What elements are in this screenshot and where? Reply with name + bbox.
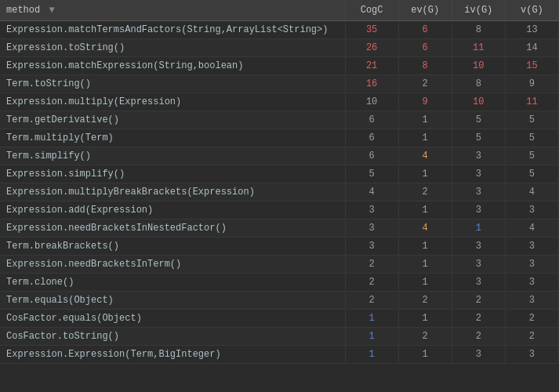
cell-cogc: 4 [345,183,398,201]
cell-evg: 8 [398,57,452,75]
header-method-label: method [6,5,40,16]
table-row[interactable]: Expression.Expression(Term,BigInteger)11… [0,346,559,364]
cell-ivg: 3 [452,274,505,292]
table-row[interactable]: Expression.matchExpression(String,boolea… [0,57,559,75]
cell-method: CosFactor.toString() [0,328,345,346]
header-ivg-label: iv(G) [464,5,492,16]
cell-evg: 4 [398,220,452,238]
cell-ivg: 1 [452,220,505,238]
table-row[interactable]: Term.multiply(Term)6155 [0,129,559,147]
cell-cogc: 6 [345,111,398,129]
cell-ivg: 2 [452,292,505,310]
table-body: Expression.matchTermsAndFactors(String,A… [0,21,559,364]
cell-evg: 1 [398,129,452,147]
cell-ivg: 8 [452,75,505,93]
cell-cogc: 21 [345,57,398,75]
cell-evg: 1 [398,346,452,364]
cell-method: CosFactor.equals(Object) [0,310,345,328]
table-row[interactable]: Term.toString()16289 [0,75,559,93]
cell-vg: 5 [505,165,558,183]
cell-method: Expression.matchTermsAndFactors(String,A… [0,21,345,39]
cell-method: Expression.toString() [0,39,345,57]
cell-method: Expression.simplify() [0,165,345,183]
cell-vg: 5 [505,111,558,129]
cell-cogc: 5 [345,165,398,183]
cell-vg: 2 [505,328,558,346]
cell-vg: 4 [505,220,558,238]
cell-method: Expression.Expression(Term,BigInteger) [0,346,345,364]
cell-method: Term.equals(Object) [0,292,345,310]
cell-cogc: 16 [345,75,398,93]
cell-vg: 3 [505,292,558,310]
cell-method: Expression.add(Expression) [0,201,345,220]
table-row[interactable]: Term.clone()2133 [0,274,559,292]
cell-method: Expression.multiplyBreakBrackets(Express… [0,183,345,201]
sort-icon: ▼ [49,5,54,16]
cell-cogc: 35 [345,21,398,39]
cell-ivg: 2 [452,328,505,346]
cell-cogc: 3 [345,238,398,256]
cell-vg: 3 [505,238,558,256]
cell-ivg: 10 [452,57,505,75]
cell-evg: 9 [398,93,452,111]
table-row[interactable]: Expression.add(Expression)3133 [0,201,559,220]
cell-evg: 1 [398,274,452,292]
cell-evg: 2 [398,183,452,201]
cell-cogc: 3 [345,220,398,238]
table-row[interactable]: Expression.multiplyBreakBrackets(Express… [0,183,559,201]
cell-vg: 3 [505,346,558,364]
cell-cogc: 1 [345,328,398,346]
cell-ivg: 3 [452,238,505,256]
cell-ivg: 3 [452,183,505,201]
table-row[interactable]: Term.simplify()6435 [0,147,559,165]
cell-method: Term.toString() [0,75,345,93]
header-method[interactable]: method ▼ [0,0,345,21]
metrics-table: method ▼ CogC ev(G) iv(G) v(G) Expressio… [0,0,559,364]
cell-vg: 4 [505,183,558,201]
cell-evg: 1 [398,111,452,129]
table-row[interactable]: Expression.needBracketsInTerm()2133 [0,256,559,274]
cell-cogc: 1 [345,310,398,328]
cell-method: Expression.matchExpression(String,boolea… [0,57,345,75]
header-evg-label: ev(G) [411,5,439,16]
cell-ivg: 2 [452,310,505,328]
table-row[interactable]: Expression.matchTermsAndFactors(String,A… [0,21,559,39]
table-row[interactable]: Expression.needBracketsInNestedFactor()3… [0,220,559,238]
table-row[interactable]: Expression.toString()2661114 [0,39,559,57]
table-row[interactable]: CosFactor.toString()1222 [0,328,559,346]
cell-vg: 15 [505,57,558,75]
cell-cogc: 2 [345,256,398,274]
cell-vg: 3 [505,201,558,220]
cell-cogc: 10 [345,93,398,111]
cell-method: Expression.needBracketsInTerm() [0,256,345,274]
header-ivg[interactable]: iv(G) [452,0,505,21]
cell-ivg: 3 [452,165,505,183]
cell-evg: 1 [398,238,452,256]
cell-vg: 13 [505,21,558,39]
table-header-row: method ▼ CogC ev(G) iv(G) v(G) [0,0,559,21]
cell-vg: 9 [505,75,558,93]
header-evg[interactable]: ev(G) [398,0,452,21]
cell-cogc: 6 [345,129,398,147]
table-row[interactable]: Term.breakBrackets()3133 [0,238,559,256]
cell-evg: 1 [398,201,452,220]
table-row[interactable]: Expression.multiply(Expression)1091011 [0,93,559,111]
table-row[interactable]: CosFactor.equals(Object)1122 [0,310,559,328]
cell-ivg: 11 [452,39,505,57]
cell-evg: 2 [398,328,452,346]
cell-vg: 3 [505,274,558,292]
cell-evg: 4 [398,147,452,165]
cell-vg: 14 [505,39,558,57]
cell-cogc: 2 [345,274,398,292]
cell-vg: 11 [505,93,558,111]
cell-method: Term.clone() [0,274,345,292]
header-vg-label: v(G) [521,5,543,16]
table-row[interactable]: Term.equals(Object)2223 [0,292,559,310]
table-row[interactable]: Term.getDerivative()6155 [0,111,559,129]
cell-method: Expression.needBracketsInNestedFactor() [0,220,345,238]
header-cogc[interactable]: CogC [345,0,398,21]
header-vg[interactable]: v(G) [505,0,558,21]
table-row[interactable]: Expression.simplify()5135 [0,165,559,183]
cell-ivg: 3 [452,147,505,165]
cell-ivg: 3 [452,346,505,364]
